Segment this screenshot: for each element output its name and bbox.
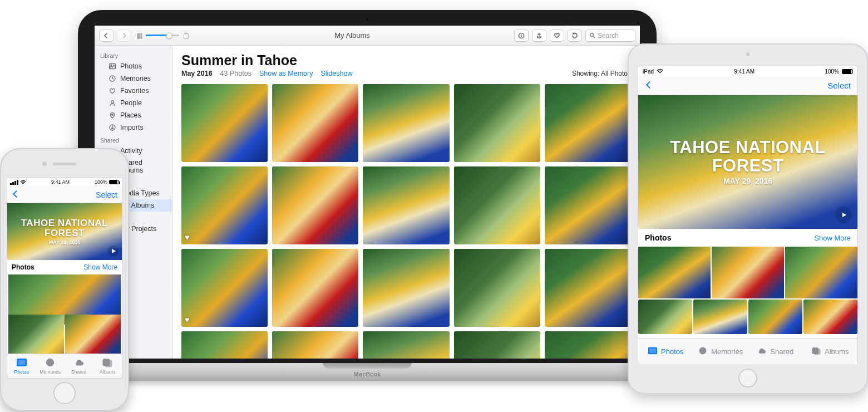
tab-label: Photos (14, 369, 29, 375)
svg-rect-14 (18, 360, 26, 365)
sidebar-item-label: Imports (120, 124, 144, 131)
sidebar-item-places[interactable]: Places (95, 109, 172, 121)
iphone-body: 9:41 AM 100% Select TAHOE NATIONAL FORE (0, 148, 129, 411)
photo-thumbnail[interactable] (638, 300, 692, 334)
select-button[interactable]: Select (96, 190, 117, 199)
tab-memories[interactable]: Memories (693, 339, 748, 365)
show-more-link[interactable]: Show More (83, 263, 117, 271)
home-button[interactable] (738, 369, 757, 388)
tab-albums[interactable]: Albums (803, 339, 858, 365)
ipad-screen: iPad 9:41 AM 100% Select TAHOE NATIONA (638, 66, 858, 365)
show-as-memory-link[interactable]: Show as Memory (259, 70, 313, 77)
sidebar-item-photos[interactable]: Photos (95, 60, 172, 72)
sidebar-item-label: Photos (120, 62, 142, 70)
zoom-slider[interactable]: ▦ ▢ (135, 31, 190, 40)
photo-thumbnail[interactable] (454, 84, 540, 162)
svg-point-1 (590, 33, 594, 37)
favorite-button[interactable] (550, 30, 564, 42)
tab-photos[interactable]: Photos (638, 339, 693, 365)
rotate-button[interactable] (568, 30, 582, 42)
mac-toolbar: ▦ ▢ My Albums Search (95, 26, 640, 46)
select-button[interactable]: Select (827, 81, 851, 90)
device-label: iPad (643, 68, 654, 75)
sidebar-item-label: People (120, 99, 142, 107)
photo-thumbnail[interactable] (803, 300, 857, 334)
macbook-body: ▦ ▢ My Albums Search Li (78, 10, 657, 366)
show-more-link[interactable]: Show More (814, 234, 851, 242)
photo-thumbnail[interactable] (748, 300, 802, 334)
photo-thumbnail[interactable] (363, 166, 449, 244)
photo-thumbnail[interactable] (363, 249, 449, 327)
photo-thumbnail[interactable]: ♥ (181, 249, 268, 327)
hero-date: MAY 29, 2016 (49, 239, 81, 245)
photo-thumbnail[interactable] (545, 249, 631, 327)
tab-shared[interactable]: Shared (748, 339, 803, 365)
photo-thumbnail[interactable]: ♥ (181, 166, 268, 244)
photo-thumbnail[interactable] (181, 84, 268, 162)
tab-label: Memories (40, 369, 61, 375)
search-field[interactable]: Search (585, 30, 635, 42)
slideshow-link[interactable]: Slideshow (320, 70, 352, 77)
hero-title-line2: FOREST (670, 157, 826, 175)
play-icon[interactable] (107, 246, 119, 257)
play-icon[interactable] (835, 207, 852, 223)
camera-dot (366, 18, 369, 21)
album-date: May 2016 (181, 70, 213, 77)
battery-pct: 100% (825, 68, 839, 75)
sidebar-item-memories[interactable]: Memories (95, 72, 172, 85)
back-button[interactable] (12, 190, 19, 199)
photo-thumbnail[interactable] (638, 247, 711, 298)
photo-thumbnail[interactable] (181, 331, 268, 359)
photo-thumbnail[interactable] (693, 300, 747, 334)
macbook-base: MacBook (56, 363, 679, 381)
photo-thumbnail[interactable] (545, 166, 631, 244)
photo-thumbnail[interactable] (454, 331, 540, 359)
sidebar-item-imports[interactable]: Imports (95, 121, 172, 134)
photo-thumbnail[interactable] (545, 331, 631, 359)
tab-shared[interactable]: Shared (65, 354, 93, 378)
wifi-icon (20, 180, 26, 185)
people-icon (108, 99, 117, 107)
sidebar-item-favorites[interactable]: Favorites (95, 85, 172, 97)
photo-thumbnail[interactable] (363, 331, 449, 359)
photo-thumbnail[interactable] (65, 315, 121, 354)
tab-albums[interactable]: Albums (93, 354, 122, 378)
photos-icon (16, 357, 27, 369)
sidebar-item-people[interactable]: People (95, 97, 172, 109)
back-button[interactable] (99, 30, 114, 42)
photo-thumbnail[interactable] (545, 84, 631, 162)
photo-thumbnail[interactable] (272, 166, 358, 244)
camera-dot (746, 52, 750, 56)
status-bar: 9:41 AM 100% (7, 178, 122, 187)
tab-memories[interactable]: Memories (36, 354, 65, 378)
photo-thumbnail[interactable] (454, 249, 540, 327)
photo-thumbnail[interactable] (785, 247, 857, 298)
iphone-device: 9:41 AM 100% Select TAHOE NATIONAL FORE (0, 148, 129, 411)
photo-thumbnail[interactable] (454, 166, 540, 244)
photo-thumbnail[interactable] (712, 247, 784, 298)
sidebar-section-header: Shared (95, 134, 172, 145)
tab-label: Albums (100, 369, 115, 375)
photo-thumbnail[interactable] (363, 84, 449, 162)
photo-thumbnail[interactable] (8, 315, 64, 354)
memory-hero[interactable]: TAHOE NATIONAL FOREST MAY 29, 2016 (638, 95, 857, 229)
section-title: Photos (12, 263, 34, 271)
home-button[interactable] (53, 382, 76, 404)
camera-dot (42, 161, 47, 166)
share-button[interactable] (532, 30, 546, 42)
ipad-device: iPad 9:41 AM 100% Select TAHOE NATIONA (628, 43, 868, 394)
back-button[interactable] (645, 81, 652, 90)
ipad-body: iPad 9:41 AM 100% Select TAHOE NATIONA (628, 43, 868, 394)
photo-mini-grid (7, 274, 122, 354)
heart-icon (108, 86, 117, 95)
photo-thumbnail[interactable] (272, 331, 358, 359)
tab-photos[interactable]: Photos (7, 354, 36, 378)
memory-hero[interactable]: TAHOE NATIONAL FOREST MAY 29, 2016 (7, 203, 122, 260)
photo-grid-row1 (638, 247, 857, 298)
photo-thumbnail[interactable] (272, 249, 358, 327)
album-title: Summer in Tahoe (172, 46, 640, 70)
info-button[interactable] (514, 30, 529, 42)
photo-thumbnail[interactable] (272, 84, 358, 162)
macbook-logo: MacBook (353, 371, 381, 377)
battery-pct: 100% (95, 179, 107, 185)
